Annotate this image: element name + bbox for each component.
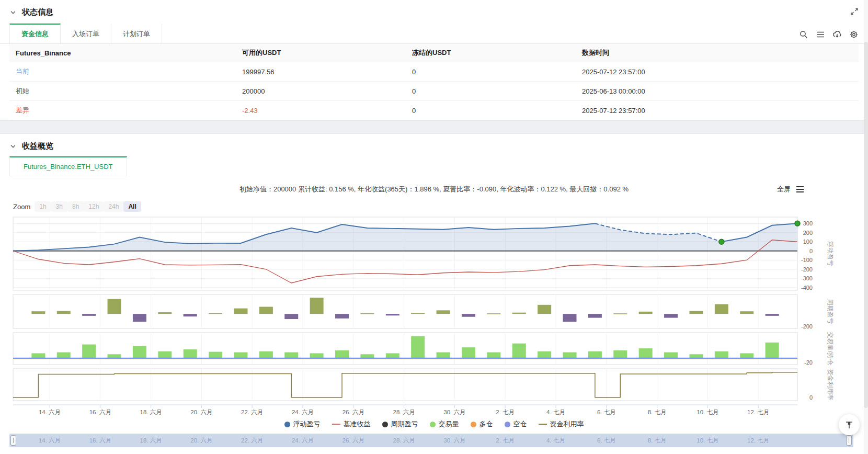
zoom-button-3h[interactable]: 3h [51,201,67,212]
navigator-label: 18. 六月 [140,437,162,445]
navigator-label: 8. 七月 [648,437,667,445]
status-tab[interactable]: 入场订单 [61,24,111,43]
legend-item[interactable]: 基准收益 [332,419,371,429]
table-cell: 0 [406,102,576,119]
table-row: 初始20000002025-06-13 00:00:00 [9,82,859,101]
volume-bar [335,350,349,358]
row-label[interactable]: 当前 [9,62,236,81]
scrollbar-thumb[interactable] [864,42,868,408]
chevron-down-icon[interactable] [9,9,17,16]
legend-item[interactable]: 浮动盈亏 [284,419,321,429]
x-axis-label: 24. 六月 [292,409,314,415]
fullscreen-button[interactable]: 全屏 [777,185,791,194]
legend-item[interactable]: 周期盈亏 [382,419,418,429]
x-axis-label: 30. 六月 [443,409,465,415]
performance-stats: 初始净值：200000 累计收益: 0.156 %, 年化收益(365天)：1.… [0,185,868,194]
period-pnl-bar [588,314,602,317]
x-axis-label: 14. 六月 [39,409,61,415]
zoom-label: Zoom [13,203,30,211]
pane-title: 周期盈亏 [827,299,834,324]
volume-bar [462,347,475,358]
zoom-row: Zoom 1h3h8h12h24hAll [0,196,868,213]
navigator-handle-left[interactable] [10,435,16,446]
navigator-handle-right[interactable] [846,435,852,446]
period-pnl-bar [234,309,247,314]
pane-1 [13,294,797,328]
scroll-top-button[interactable] [839,414,860,435]
period-pnl-bar [108,299,121,314]
x-axis-label: 26. 六月 [342,409,364,415]
chevron-down-icon[interactable] [9,143,17,150]
period-pnl-bar [82,314,96,316]
chart-navigator[interactable]: 14. 六月16. 六月18. 六月20. 六月22. 六月24. 六月26. … [9,434,853,447]
legend-item[interactable]: 空仓 [505,419,527,429]
table-cell: 2025-07-12 23:57:00 [576,102,808,119]
volume-bar [538,351,551,358]
legend-label: 周期盈亏 [391,419,418,429]
zoom-button-8h[interactable]: 8h [67,201,84,212]
x-axis-label: 6. 七月 [597,409,616,415]
y-axis-label: -20 [804,359,813,366]
x-axis-label: 20. 六月 [190,409,212,415]
status-tab[interactable]: 计划订单 [111,24,162,43]
zoom-button-24h[interactable]: 24h [104,201,123,212]
profit-chart[interactable]: 3002001000-100-200-300-400浮动盈亏-200周期盈亏-2… [0,213,868,418]
table-cell: 199997.56 [236,63,406,81]
x-axis-label: 4. 七月 [546,409,565,415]
volume-bar [613,350,627,358]
period-pnl-bar [437,310,450,314]
x-axis-label: 18. 六月 [140,409,162,415]
volume-bar [411,336,425,358]
zoom-button-all[interactable]: All [123,201,141,212]
y-axis-label: -200 [801,266,813,273]
period-pnl-bar [689,311,703,314]
volume-bar [766,343,779,358]
volume-bar [740,353,753,358]
menu-icon[interactable] [816,30,825,39]
table-header-cell: 可用的USDT [236,44,406,62]
table-cell: 2025-07-12 23:57:00 [576,63,808,81]
period-pnl-bar [639,312,653,314]
x-axis-label: 2. 七月 [496,409,515,415]
period-pnl-bar [209,313,222,314]
period-pnl-bar [613,313,627,314]
volume-bar [234,353,247,358]
legend-marker [471,422,476,427]
navigator-label: 4. 七月 [546,437,565,445]
status-section-header: 状态信息 [0,0,868,21]
legend-label: 基准收益 [344,419,371,429]
volume-bar [487,353,500,358]
status-tabs: 资金信息入场订单计划订单 [9,24,162,43]
y-axis-label: -200 [801,323,813,330]
expand-icon[interactable] [850,7,859,16]
tab-symbol[interactable]: Futures_Binance.ETH_USDT [9,156,127,176]
row-label: 差异 [9,101,236,120]
zoom-button-1h[interactable]: 1h [35,201,51,212]
cloud-download-icon[interactable] [832,30,842,39]
status-tab[interactable]: 资金信息 [9,24,61,43]
legend-item[interactable]: 多仓 [471,419,493,429]
volume-bar [639,348,653,358]
legend-item[interactable]: 交易量 [430,419,459,429]
pin-icon [844,420,854,429]
volume-bar [133,346,146,358]
period-pnl-bar [462,314,475,317]
period-pnl-bar [335,314,349,319]
table-cell: 0 [406,63,576,81]
pane-title: 资金利用率 [827,369,834,401]
volume-bar [689,354,703,358]
volume-bar [715,351,728,358]
period-pnl-bar [715,304,728,314]
navigator-label: 2. 七月 [496,437,515,445]
search-icon[interactable] [799,30,808,39]
zoom-button-12h[interactable]: 12h [84,201,104,212]
legend-item[interactable]: 资金利用率 [539,419,584,429]
gear-icon[interactable] [849,30,859,39]
volume-bar [512,344,526,358]
table-cell: 0 [406,83,576,100]
chart-legend: 浮动盈亏基准收益周期盈亏交易量多仓空仓资金利用率 [0,418,868,430]
volume-bar [31,353,45,358]
volume-bar [437,353,450,358]
page-scrollbar[interactable] [864,0,868,454]
chart-menu-icon[interactable] [796,186,804,193]
